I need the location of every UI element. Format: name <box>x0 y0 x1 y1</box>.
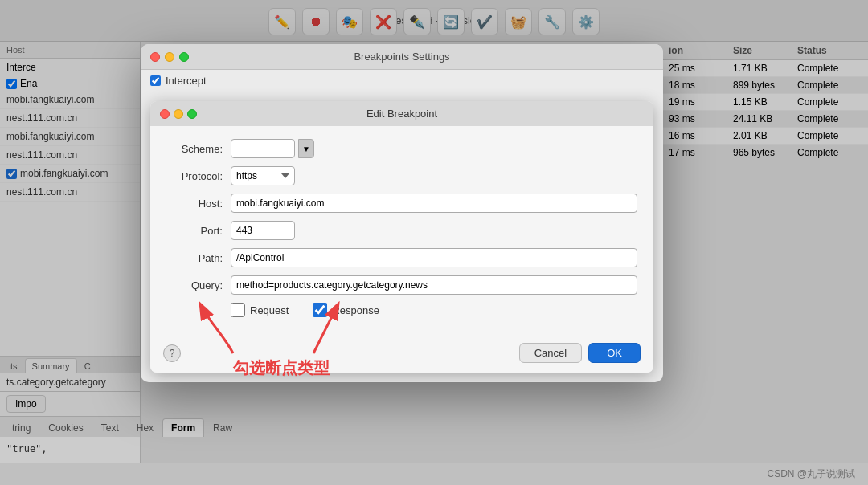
scheme-input[interactable] <box>231 139 295 158</box>
breakpoints-enable-checkbox[interactable] <box>150 75 161 86</box>
port-input[interactable] <box>231 221 295 240</box>
breakpoints-title: Breakpoints Settings <box>150 51 653 63</box>
scheme-label: Scheme: <box>166 143 223 155</box>
edit-breakpoint-title: Edit Breakpoint <box>160 108 644 120</box>
ok-button[interactable]: OK <box>588 343 641 363</box>
edit-breakpoint-dialog: Edit Breakpoint Scheme: ▼ Protocol: http… <box>150 101 653 373</box>
minimize-button[interactable] <box>165 52 174 62</box>
request-checkbox-item: Request <box>231 303 289 317</box>
help-button[interactable]: ? <box>163 344 181 362</box>
response-checkbox[interactable] <box>313 303 327 317</box>
close-button[interactable] <box>150 52 160 62</box>
inner-traffic-lights <box>160 109 197 119</box>
host-input[interactable] <box>231 194 637 213</box>
port-label: Port: <box>166 225 223 237</box>
scheme-wrapper: ▼ <box>231 139 314 158</box>
cancel-button[interactable]: Cancel <box>519 343 582 363</box>
maximize-button[interactable] <box>179 52 189 62</box>
scheme-dropdown-btn[interactable]: ▼ <box>298 139 314 158</box>
request-label: Request <box>250 304 289 316</box>
checkboxes-row: Request Response <box>166 303 637 317</box>
inner-maximize-button[interactable] <box>187 109 197 119</box>
response-checkbox-item: Response <box>313 303 379 317</box>
protocol-label: Protocol: <box>166 170 223 182</box>
query-row: Query: <box>166 275 637 295</box>
query-label: Query: <box>166 279 223 291</box>
scheme-row: Scheme: ▼ <box>166 139 637 158</box>
inner-close-button[interactable] <box>160 109 170 119</box>
path-input[interactable] <box>231 248 637 267</box>
breakpoints-titlebar: Breakpoints Settings <box>141 44 663 70</box>
protocol-select[interactable]: https http <box>231 166 295 185</box>
port-row: Port: <box>166 221 637 240</box>
query-input[interactable] <box>231 275 637 295</box>
request-checkbox[interactable] <box>231 303 245 317</box>
host-label: Host: <box>166 198 223 210</box>
host-row: Host: <box>166 194 637 213</box>
response-label: Response <box>332 304 379 316</box>
dialog-footer: ? Cancel OK <box>150 336 653 373</box>
footer-buttons: Cancel OK <box>519 343 641 363</box>
breakpoints-intercept-label: Intercept <box>166 75 207 87</box>
inner-minimize-button[interactable] <box>174 109 183 119</box>
breakpoints-settings-dialog: Breakpoints Settings Intercept Edit Brea… <box>141 44 663 382</box>
path-label: Path: <box>166 252 223 264</box>
edit-breakpoint-body: Scheme: ▼ Protocol: https http Host: <box>150 126 653 336</box>
path-row: Path: <box>166 248 637 267</box>
protocol-row: Protocol: https http <box>166 166 637 185</box>
traffic-lights <box>150 52 189 62</box>
edit-breakpoint-titlebar: Edit Breakpoint <box>150 101 653 126</box>
